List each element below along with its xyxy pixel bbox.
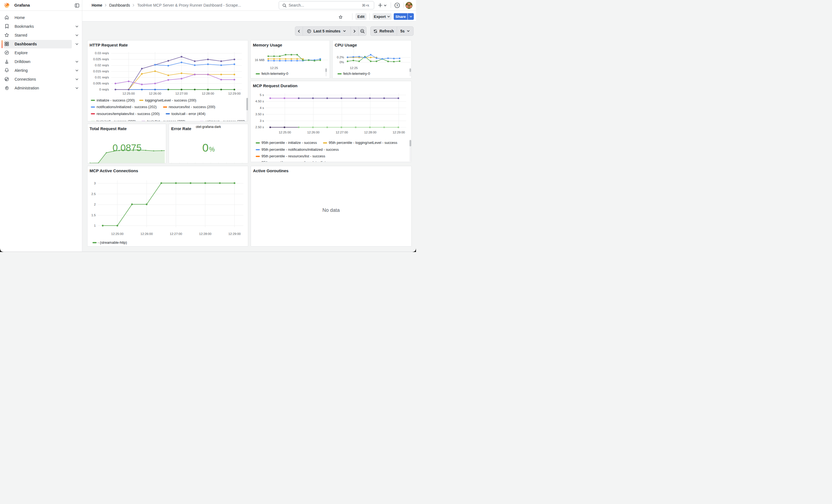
svg-text:0.2%: 0.2% bbox=[337, 56, 344, 59]
svg-text:12:25: 12:25 bbox=[270, 66, 278, 70]
svg-text:95th percentile - resources/li: 95th percentile - resources/list - succe… bbox=[261, 154, 325, 158]
svg-text:logging/setLevel - success (20: logging/setLevel - success (200) bbox=[145, 98, 196, 102]
svg-text:95th percentile - resources/te: 95th percentile - resources/templates/li… bbox=[261, 160, 342, 162]
svg-text:1.5: 1.5 bbox=[92, 213, 96, 217]
svg-text:tools/list - success (200): tools/list - success (200) bbox=[147, 119, 185, 121]
svg-text:12:28:00: 12:28:00 bbox=[364, 131, 376, 134]
svg-text:12:29:00: 12:29:00 bbox=[228, 232, 240, 236]
svg-text:12:26:00: 12:26:00 bbox=[140, 232, 153, 236]
svg-text:12:29:00: 12:29:00 bbox=[228, 92, 240, 95]
svg-text:12:27:00: 12:27:00 bbox=[336, 131, 348, 134]
svg-text:3.50 s: 3.50 s bbox=[255, 112, 264, 116]
svg-text:0 req/s: 0 req/s bbox=[99, 88, 109, 91]
svg-text:12:27:00: 12:27:00 bbox=[170, 232, 182, 236]
svg-text:12:25:00: 12:25:00 bbox=[279, 131, 291, 134]
svg-text:initialize - success (200): initialize - success (200) bbox=[97, 98, 135, 102]
svg-text:12:25: 12:25 bbox=[350, 66, 358, 70]
svg-text:0.005 req/s: 0.005 req/s bbox=[93, 82, 109, 85]
svg-text:0.02 req/s: 0.02 req/s bbox=[95, 63, 109, 67]
svg-text:12:27:00: 12:27:00 bbox=[175, 92, 188, 95]
svg-text:95th percentile - logging/setL: 95th percentile - logging/setLevel - suc… bbox=[329, 140, 397, 145]
svg-text:0.015 req/s: 0.015 req/s bbox=[93, 70, 109, 73]
svg-text:12:26:00: 12:26:00 bbox=[149, 92, 161, 95]
svg-text:0.0875: 0.0875 bbox=[112, 142, 142, 153]
svg-text:12:26:00: 12:26:00 bbox=[307, 131, 319, 134]
svg-text:0.025 req/s: 0.025 req/s bbox=[93, 57, 109, 61]
svg-text:3: 3 bbox=[94, 182, 96, 185]
svg-text:12:28:00: 12:28:00 bbox=[202, 92, 214, 95]
svg-text:0: 0 bbox=[202, 141, 209, 154]
svg-text:3 s: 3 s bbox=[260, 119, 264, 122]
svg-text:fetch-telemetry-0: fetch-telemetry-0 bbox=[261, 72, 288, 76]
svg-text:2: 2 bbox=[94, 203, 96, 206]
svg-text:resources/templates/list - suc: resources/templates/list - success (200) bbox=[97, 111, 160, 115]
svg-text:- (streamable-http): - (streamable-http) bbox=[97, 240, 127, 244]
svg-text:0%: 0% bbox=[339, 60, 344, 64]
svg-text:16 MiB: 16 MiB bbox=[255, 58, 265, 61]
svg-text:5 s: 5 s bbox=[260, 93, 264, 96]
svg-text:resources/list - success (200): resources/list - success (200) bbox=[168, 105, 215, 109]
svg-text:95th percentile - notification: 95th percentile - notifications/initiali… bbox=[261, 148, 339, 152]
svg-text:2.5: 2.5 bbox=[92, 192, 96, 195]
svg-text:notifications/initialized - su: notifications/initialized - success (202… bbox=[97, 105, 157, 109]
svg-text:0.01 req/s: 0.01 req/s bbox=[95, 76, 109, 79]
svg-text:tools/call - success (200): tools/call - success (200) bbox=[97, 119, 136, 121]
svg-text:12:29:00: 12:29:00 bbox=[393, 131, 405, 134]
svg-text:12:25:00: 12:25:00 bbox=[111, 232, 124, 236]
svg-text:tools/call - error (404): tools/call - error (404) bbox=[172, 111, 206, 115]
svg-text:12:28:00: 12:28:00 bbox=[199, 232, 211, 236]
svg-text:0.03 req/s: 0.03 req/s bbox=[95, 51, 109, 55]
svg-text:4.50 s: 4.50 s bbox=[255, 100, 264, 103]
svg-text:?: ? bbox=[396, 4, 398, 7]
svg-text:unknown - success (200): unknown - success (200) bbox=[205, 119, 245, 121]
svg-text:12:25:00: 12:25:00 bbox=[123, 92, 135, 95]
svg-text:4 s: 4 s bbox=[260, 106, 264, 109]
svg-text:fetch-telemetry-0: fetch-telemetry-0 bbox=[343, 72, 370, 76]
svg-text:2.50 s: 2.50 s bbox=[255, 126, 264, 129]
svg-text:1: 1 bbox=[94, 224, 96, 227]
svg-text:%: % bbox=[209, 146, 215, 153]
svg-text:95th percentile - initialize -: 95th percentile - initialize - success bbox=[261, 140, 317, 145]
